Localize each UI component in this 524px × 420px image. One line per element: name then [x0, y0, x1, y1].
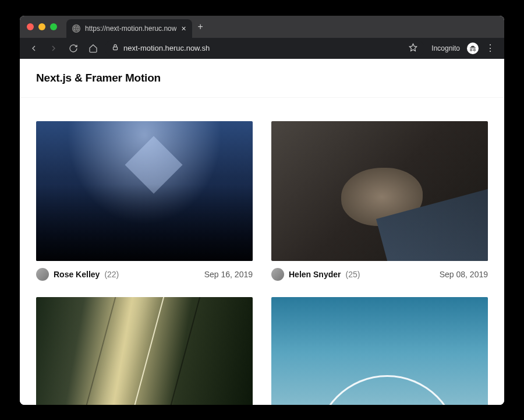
page-content[interactable]: Next.js & Framer Motion Rose Kelley (22)… — [20, 59, 504, 405]
tab-title: https://next-motion.heruc.now — [85, 24, 176, 33]
browser-window: https://next-motion.heruc.now × + next-m… — [20, 16, 504, 405]
post-image[interactable] — [36, 297, 253, 405]
maximize-window-button[interactable] — [50, 23, 57, 30]
avatar[interactable] — [271, 268, 284, 281]
incognito-label: Incognito — [431, 44, 460, 52]
titlebar: https://next-motion.heruc.now × + — [20, 16, 504, 38]
traffic-lights — [27, 23, 57, 30]
gallery-grid: Rose Kelley (22) Sep 16, 2019 Helen Snyd… — [20, 98, 504, 405]
close-tab-icon[interactable]: × — [181, 24, 186, 33]
url-text: next-motion.heruc.now.sh — [123, 44, 210, 52]
bookmark-star-icon[interactable] — [409, 43, 417, 54]
post-date: Sep 08, 2019 — [440, 270, 488, 279]
svg-point-3 — [473, 49, 475, 51]
post-meta: Rose Kelley (22) Sep 16, 2019 — [36, 268, 253, 281]
post-card[interactable]: Rose Kelley (22) Sep 16, 2019 — [36, 121, 253, 281]
home-button[interactable] — [85, 40, 101, 57]
tab-strip: https://next-motion.heruc.now × + — [66, 16, 497, 38]
post-meta: Helen Snyder (25) Sep 08, 2019 — [271, 268, 488, 281]
author-name[interactable]: Helen Snyder — [289, 270, 341, 279]
avatar[interactable] — [36, 268, 49, 281]
globe-icon — [72, 24, 80, 33]
like-count: (25) — [345, 270, 360, 279]
kebab-menu-icon[interactable]: ⋮ — [482, 43, 498, 54]
incognito-icon[interactable] — [467, 43, 479, 54]
post-image[interactable] — [271, 297, 488, 405]
back-button[interactable] — [26, 40, 42, 57]
toolbar: next-motion.heruc.now.sh Incognito ⋮ — [20, 38, 504, 59]
post-image[interactable] — [36, 121, 253, 261]
new-tab-button[interactable]: + — [192, 22, 209, 32]
forward-button[interactable] — [45, 40, 62, 57]
post-date: Sep 16, 2019 — [204, 270, 253, 279]
post-image[interactable] — [271, 121, 488, 261]
browser-tab[interactable]: https://next-motion.heruc.now × — [66, 19, 192, 38]
svg-point-2 — [470, 49, 472, 51]
address-bar[interactable]: next-motion.heruc.now.sh — [105, 40, 424, 57]
close-window-button[interactable] — [27, 23, 34, 30]
svg-rect-1 — [114, 47, 118, 50]
post-card[interactable] — [271, 297, 488, 405]
minimize-window-button[interactable] — [38, 23, 45, 30]
page-title: Next.js & Framer Motion — [36, 72, 488, 84]
author-name[interactable]: Rose Kelley — [54, 270, 100, 279]
page-header: Next.js & Framer Motion — [20, 59, 504, 98]
reload-button[interactable] — [65, 40, 82, 57]
post-card[interactable]: Helen Snyder (25) Sep 08, 2019 — [271, 121, 488, 281]
lock-icon — [112, 44, 119, 52]
post-card[interactable] — [36, 297, 253, 405]
like-count: (22) — [104, 270, 119, 279]
